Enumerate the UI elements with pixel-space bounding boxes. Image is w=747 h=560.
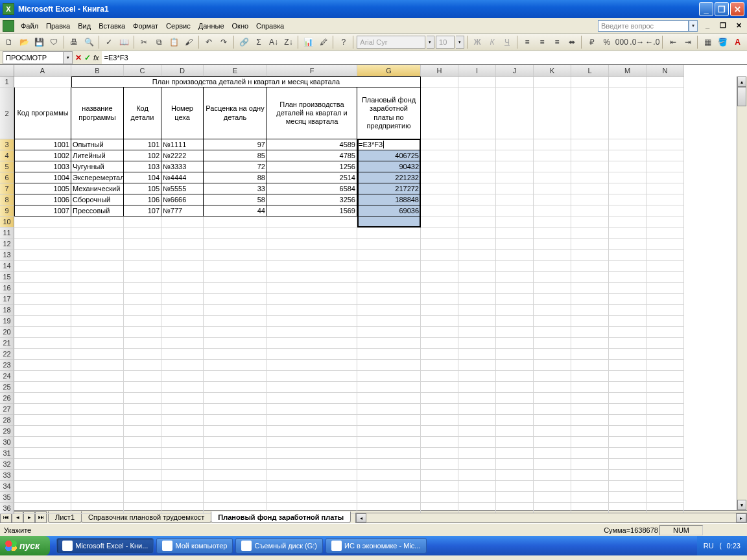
cell[interactable] (421, 470, 458, 481)
help-icon[interactable]: ? (337, 35, 350, 49)
taskbar-button[interactable]: ИС в экономике - Mic... (326, 538, 426, 554)
cell[interactable] (421, 272, 458, 283)
cell[interactable] (421, 371, 458, 382)
cell[interactable] (267, 437, 357, 448)
cell[interactable] (204, 426, 267, 437)
cell[interactable] (124, 316, 161, 327)
cell[interactable] (571, 239, 609, 250)
row-header[interactable]: 6 (0, 172, 14, 183)
cell[interactable] (646, 481, 684, 492)
cell[interactable]: 1002 (14, 150, 71, 161)
cell[interactable] (458, 194, 496, 205)
cell[interactable] (534, 239, 571, 250)
cell[interactable] (421, 283, 458, 294)
row-header[interactable]: 18 (0, 305, 14, 316)
font-name-combo[interactable]: Arial Cyr (357, 36, 425, 49)
row-header[interactable]: 35 (0, 492, 14, 503)
cell[interactable] (14, 371, 71, 382)
tray-lang[interactable]: RU (704, 542, 714, 550)
cell[interactable] (267, 492, 357, 503)
cell[interactable] (571, 76, 609, 88)
menu-tools[interactable]: Сервис (162, 21, 195, 31)
cell[interactable] (609, 470, 646, 481)
borders-icon[interactable]: ▦ (701, 35, 715, 49)
cell[interactable] (571, 294, 609, 305)
col-header[interactable]: K (534, 65, 571, 76)
cell[interactable] (161, 283, 204, 294)
row-header[interactable]: 17 (0, 294, 14, 305)
cell[interactable] (71, 250, 124, 261)
cell[interactable] (534, 283, 571, 294)
cell[interactable] (161, 261, 204, 272)
cell[interactable] (458, 305, 496, 316)
cell[interactable] (571, 139, 609, 150)
cell[interactable] (71, 371, 124, 382)
cell[interactable] (124, 216, 161, 228)
underline-icon[interactable]: Ч (501, 35, 514, 49)
row-header[interactable]: 27 (0, 404, 14, 415)
cell[interactable] (124, 360, 161, 371)
cell[interactable] (609, 88, 646, 139)
cell[interactable] (571, 349, 609, 360)
cell[interactable] (161, 239, 204, 250)
cell[interactable] (571, 316, 609, 327)
cell[interactable] (357, 371, 421, 382)
cell[interactable] (458, 139, 496, 150)
cell[interactable] (571, 338, 609, 349)
cell[interactable] (161, 338, 204, 349)
cell[interactable] (124, 305, 161, 316)
cell[interactable] (161, 393, 204, 404)
cell[interactable] (14, 76, 71, 88)
cell[interactable] (421, 76, 458, 88)
cell[interactable] (534, 150, 571, 161)
cell[interactable] (267, 393, 357, 404)
cell[interactable] (458, 283, 496, 294)
cell[interactable] (609, 194, 646, 205)
col-header[interactable]: A (14, 65, 71, 76)
cell[interactable] (421, 294, 458, 305)
cell[interactable] (267, 404, 357, 415)
enter-icon[interactable]: ✓ (84, 53, 91, 62)
cell[interactable] (534, 316, 571, 327)
cell[interactable] (571, 327, 609, 338)
cell[interactable]: Плановый фонд заработной платы по предпр… (357, 88, 421, 139)
cell[interactable] (71, 305, 124, 316)
cell[interactable] (267, 371, 357, 382)
cell[interactable] (14, 316, 71, 327)
cell[interactable] (421, 448, 458, 459)
cell[interactable] (571, 393, 609, 404)
taskbar-button[interactable]: Microsoft Excel - Кни... (56, 538, 154, 554)
col-header[interactable]: E (204, 65, 267, 76)
italic-icon[interactable]: К (486, 35, 499, 49)
align-center-icon[interactable]: ≡ (535, 35, 549, 49)
col-header[interactable]: B (71, 65, 124, 76)
cell[interactable] (204, 228, 267, 239)
cell[interactable] (421, 239, 458, 250)
cell[interactable] (204, 459, 267, 470)
cell[interactable] (357, 448, 421, 459)
cell[interactable] (14, 437, 71, 448)
cell[interactable] (534, 272, 571, 283)
cell[interactable] (71, 216, 124, 228)
cell[interactable] (646, 183, 684, 194)
cell[interactable] (496, 393, 534, 404)
percent-icon[interactable]: % (600, 35, 613, 49)
row-header[interactable]: 28 (0, 415, 14, 426)
doc-minimize-button[interactable]: _ (702, 21, 713, 30)
cell[interactable] (609, 404, 646, 415)
cell[interactable] (534, 470, 571, 481)
cell[interactable]: Чугунный (71, 161, 124, 172)
help-search-input[interactable]: Введите вопрос (598, 20, 689, 32)
cell[interactable] (534, 228, 571, 239)
cell[interactable] (267, 250, 357, 261)
cell[interactable] (458, 228, 496, 239)
cell[interactable] (204, 283, 267, 294)
cell[interactable] (71, 415, 124, 426)
cell[interactable] (646, 327, 684, 338)
cell[interactable] (357, 459, 421, 470)
cell[interactable] (421, 172, 458, 183)
sort-asc-icon[interactable]: A↓ (267, 35, 281, 49)
cell[interactable] (421, 415, 458, 426)
row-header[interactable]: 13 (0, 250, 14, 261)
cell[interactable] (161, 382, 204, 393)
